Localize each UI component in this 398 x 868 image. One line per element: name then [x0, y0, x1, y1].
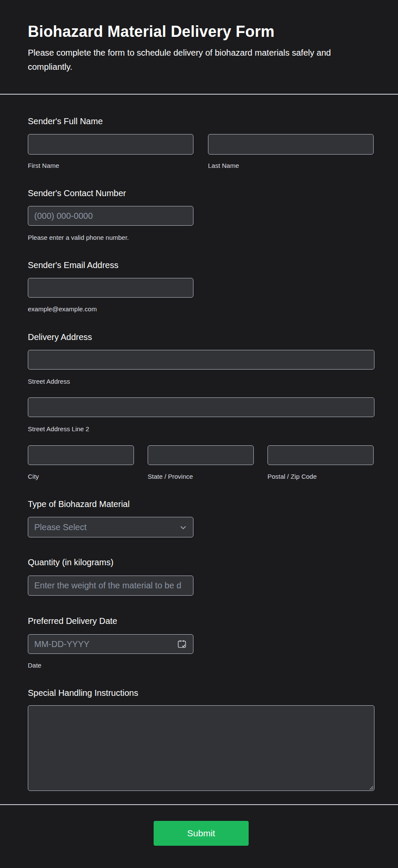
full-name-label: Sender's Full Name	[28, 116, 103, 126]
contact-number-label: Sender's Contact Number	[28, 188, 126, 198]
street-address-line2-sublabel: Street Address Line 2	[28, 425, 89, 433]
page-title: Biohazard Material Delivery Form	[28, 22, 275, 41]
state-province-sublabel: State / Province	[148, 473, 193, 480]
street-address-sublabel: Street Address	[28, 378, 70, 385]
street-address-input[interactable]	[28, 350, 374, 370]
material-type-label: Type of Biohazard Material	[28, 499, 130, 509]
email-label: Sender's Email Address	[28, 260, 119, 270]
phone-sublabel: Please enter a valid phone number.	[28, 234, 129, 241]
city-input[interactable]	[28, 445, 134, 465]
phone-input[interactable]	[28, 206, 193, 226]
postal-zip-sublabel: Postal / Zip Code	[267, 473, 317, 480]
quantity-label: Quantity (in kilograms)	[28, 558, 113, 567]
header-divider	[0, 94, 398, 95]
state-province-input[interactable]	[148, 445, 254, 465]
last-name-input[interactable]	[208, 134, 374, 155]
biohazard-delivery-form: Biohazard Material Delivery Form Please …	[0, 0, 398, 868]
first-name-input[interactable]	[28, 134, 193, 155]
special-instructions-textarea[interactable]	[28, 705, 374, 791]
quantity-input[interactable]	[28, 576, 193, 596]
email-sublabel: example@example.com	[28, 305, 97, 313]
delivery-address-label: Delivery Address	[28, 332, 92, 342]
street-address-line2-input[interactable]	[28, 397, 374, 417]
last-name-sublabel: Last Name	[208, 162, 239, 169]
delivery-date-label: Preferred Delivery Date	[28, 616, 117, 626]
footer-divider	[0, 804, 398, 805]
date-sublabel: Date	[28, 662, 42, 669]
postal-zip-input[interactable]	[267, 445, 374, 465]
form-subtitle: Please complete the form to schedule del…	[28, 46, 354, 74]
city-sublabel: City	[28, 473, 39, 480]
first-name-sublabel: First Name	[28, 162, 59, 169]
email-input[interactable]	[28, 278, 193, 298]
submit-button[interactable]: Submit	[154, 821, 249, 846]
resize-handle-icon[interactable]	[368, 784, 374, 790]
delivery-date-input[interactable]	[28, 634, 193, 654]
calendar-icon[interactable]	[177, 639, 187, 649]
material-type-select[interactable]: Please Select	[28, 517, 193, 537]
special-instructions-label: Special Handling Instructions	[28, 688, 138, 698]
